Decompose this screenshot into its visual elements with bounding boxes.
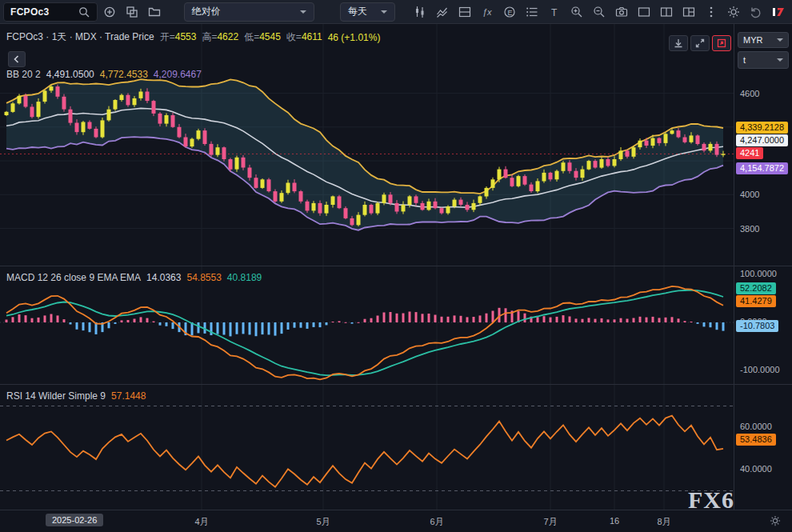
- svg-text:ƒx: ƒx: [482, 7, 492, 17]
- chevron-down-icon: [777, 38, 783, 42]
- time-axis[interactable]: 2025-02-26 4月5月6月7月168月: [0, 510, 792, 532]
- series-title[interactable]: FCPOc3 · 1天 · MDX · Trade Price: [6, 30, 154, 44]
- camera-icon[interactable]: [611, 2, 632, 22]
- chart-style-icon[interactable]: [410, 2, 430, 22]
- change-value: 46 (+1.01%): [328, 32, 381, 43]
- start-date-badge: 2025-02-26: [46, 514, 103, 526]
- unit-value: t: [743, 55, 746, 65]
- svg-text:T: T: [551, 6, 558, 18]
- macd-signal-value: 40.8189: [227, 272, 262, 283]
- price-badge: 41.4279: [736, 295, 776, 307]
- fullscreen-button[interactable]: [690, 35, 710, 51]
- chevron-down-icon: [300, 10, 306, 14]
- pane-separator: [734, 384, 792, 385]
- axis-tick: 100.0000: [740, 269, 777, 278]
- chevron-left-icon: [12, 54, 22, 64]
- price-badge: 4241: [736, 147, 763, 159]
- layout-grid-icon[interactable]: [678, 2, 699, 22]
- overlay-compare-icon[interactable]: [432, 2, 453, 22]
- price-badge: -10.7803: [736, 320, 778, 332]
- svg-text:E: E: [508, 8, 513, 16]
- chevron-down-icon: [381, 10, 387, 14]
- timezone-settings-icon[interactable]: [770, 515, 781, 530]
- time-axis-label: 16: [598, 516, 630, 526]
- text-tool-icon[interactable]: T: [544, 2, 565, 22]
- macd-title[interactable]: MACD 12 26 close 9 EMA EMA: [6, 272, 141, 283]
- trading-terminal: FCPOc3 绝对价 每天: [0, 0, 792, 532]
- maximize-icon: [717, 38, 726, 48]
- high-label: 高=: [202, 31, 217, 42]
- time-axis-label: 7月: [534, 516, 566, 528]
- bb-title[interactable]: BB 20 2: [6, 69, 41, 80]
- rsi-canvas[interactable]: [0, 384, 734, 510]
- compare-icon[interactable]: [122, 2, 142, 22]
- chevron-down-icon: [777, 58, 783, 62]
- top-toolbar: FCPOc3 绝对价 每天: [0, 0, 792, 24]
- bb-basis-value: 4,491.0500: [46, 69, 94, 80]
- panels-icon[interactable]: [454, 2, 475, 22]
- undo-icon[interactable]: [746, 2, 766, 22]
- close-label: 收=: [286, 31, 302, 42]
- low-value: 4545: [259, 31, 281, 42]
- add-symbol-icon[interactable]: [99, 2, 120, 22]
- interval-value: 每天: [348, 5, 367, 18]
- watchlist-icon[interactable]: [522, 2, 542, 22]
- search-icon: [78, 2, 90, 22]
- axis-tick: 4600: [740, 89, 759, 98]
- rsi-legend: RSI 14 Wilder Simple 9 57.1448: [6, 390, 146, 402]
- chart-area: FCPOc3 · 1天 · MDX · Trade Price 开=4553 高…: [0, 24, 734, 510]
- kebab-menu-icon[interactable]: [701, 2, 722, 22]
- price-badge: 4,247.0000: [736, 134, 788, 146]
- price-mode-dropdown[interactable]: 绝对价: [184, 2, 314, 22]
- close-value: 4611: [302, 31, 322, 42]
- price-mode-value: 绝对价: [192, 5, 221, 18]
- fx-indicator-icon[interactable]: ƒx: [477, 2, 498, 22]
- rsi-title[interactable]: RSI 14 Wilder Simple 9: [6, 390, 106, 402]
- macd-canvas[interactable]: [0, 266, 734, 384]
- bb-upper-value: 4,772.4533: [100, 69, 148, 80]
- download-button[interactable]: [669, 35, 688, 51]
- macd-line-value: 54.8553: [186, 272, 221, 283]
- open-value: 4553: [175, 31, 197, 42]
- layout-vsplit-icon[interactable]: [656, 2, 677, 22]
- price-badge: 52.2082: [736, 282, 776, 294]
- folder-icon[interactable]: [144, 2, 165, 22]
- low-label: 低=: [244, 31, 259, 42]
- zoom-out-icon[interactable]: [589, 2, 610, 22]
- macd-hist-value: 14.0363: [146, 272, 181, 283]
- currency-value: MYR: [743, 35, 762, 45]
- interval-dropdown[interactable]: 每天: [340, 2, 395, 22]
- back-button[interactable]: [8, 51, 26, 67]
- symbol-search-box[interactable]: FCPOc3: [3, 2, 98, 22]
- main-series-legend: FCPOc3 · 1天 · MDX · Trade Price 开=4553 高…: [6, 30, 380, 44]
- time-axis-label: 5月: [307, 516, 339, 528]
- maximize-button[interactable]: [712, 35, 731, 51]
- bb-lower-value: 4,209.6467: [154, 69, 202, 80]
- rsi-value: 57.1448: [111, 390, 146, 402]
- price-badge: 53.4836: [736, 434, 776, 446]
- circle-e-icon[interactable]: E: [499, 2, 520, 22]
- axis-tick: 60.0000: [740, 422, 772, 431]
- price-chart-canvas[interactable]: [0, 24, 734, 266]
- symbol-name: FCPOc3: [10, 6, 49, 18]
- download-icon: [674, 38, 683, 48]
- axis-tick: 40.0000: [740, 464, 772, 474]
- high-value: 4622: [217, 31, 238, 42]
- axis-tick: 3800: [740, 224, 759, 234]
- bb-legend: BB 20 2 4,491.0500 4,772.4533 4,209.6467: [6, 69, 202, 80]
- time-axis-label: 6月: [421, 516, 453, 528]
- time-axis-label: 8月: [648, 516, 680, 528]
- tradingview-logo[interactable]: [768, 2, 789, 22]
- zoom-in-icon[interactable]: [566, 2, 587, 22]
- expand-icon: [695, 38, 705, 48]
- price-badge: 4,339.2128: [736, 122, 788, 134]
- settings-gear-icon[interactable]: [723, 2, 744, 22]
- price-axis[interactable]: MYR t 460040003800100.00000.0000-100.000…: [734, 24, 792, 510]
- pane-separator: [734, 266, 792, 266]
- layout-single-icon[interactable]: [634, 2, 654, 22]
- macd-legend: MACD 12 26 close 9 EMA EMA 14.0363 54.85…: [6, 272, 262, 283]
- unit-dropdown[interactable]: t: [738, 51, 789, 69]
- currency-dropdown[interactable]: MYR: [738, 32, 789, 48]
- time-axis-label: 4月: [186, 516, 218, 528]
- axis-tick: 4000: [740, 190, 759, 199]
